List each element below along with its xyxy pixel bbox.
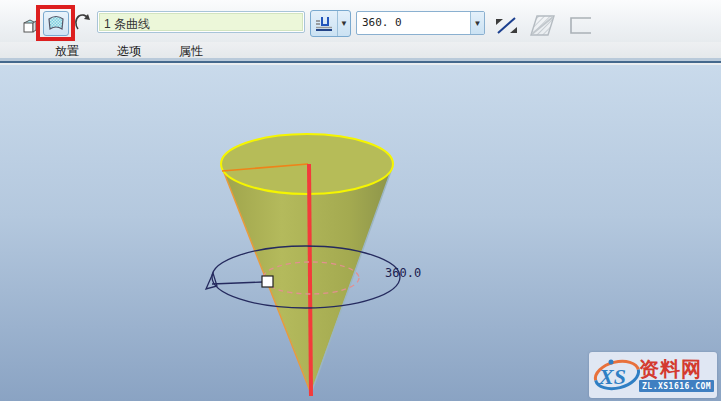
thicken-sketch-icon [570, 17, 592, 34]
model-view: 360.0 [0, 65, 721, 401]
chevron-down-icon: ▼ [340, 19, 348, 28]
watermark-logo: XS [591, 354, 643, 396]
revolve-as-surface-button[interactable] [43, 11, 69, 36]
surface-icon [47, 15, 65, 32]
svg-text:XS: XS [598, 364, 626, 389]
tab-options[interactable]: 选项 [117, 43, 141, 60]
rotation-arrow-icon [206, 273, 217, 289]
angle-drag-handle[interactable] [262, 276, 273, 287]
flip-direction-icon [494, 15, 519, 37]
sketch-collector-field[interactable]: 1 条曲线 [97, 11, 305, 33]
chevron-down-icon: ▼ [474, 19, 482, 28]
tab-properties[interactable]: 属性 [179, 43, 203, 60]
remove-material-button [529, 14, 556, 37]
graphics-area[interactable]: 360.0 XS 资料网 ZL.XS1616.COM [0, 65, 721, 401]
watermark-site-name: 资料网 [639, 358, 714, 380]
angle-dimension-label[interactable]: 360.0 [385, 266, 421, 280]
watermark-site-url: ZL.XS1616.COM [639, 380, 714, 392]
remove-material-icon [529, 14, 556, 37]
solid-cube-icon [21, 17, 37, 34]
angle-type-dropdown[interactable]: ▼ [337, 11, 350, 36]
revolve-axis-line [309, 164, 311, 396]
revolve-dashboard-window: 1 条曲线 ▼ 360. 0 ▼ [0, 0, 721, 401]
sketch-collector-value: 1 条曲线 [99, 13, 303, 31]
angle-value-input[interactable]: 360. 0 [357, 12, 470, 34]
angle-value-dropdown[interactable]: ▼ [470, 12, 484, 34]
revolve-toolbar: 1 条曲线 ▼ 360. 0 ▼ [0, 0, 721, 42]
angle-type-current[interactable] [311, 11, 337, 36]
cone-body[interactable] [223, 170, 391, 392]
internal-axis-button[interactable] [74, 13, 90, 32]
tab-placement[interactable]: 放置 [55, 43, 79, 60]
xs-logo-icon: XS [591, 354, 643, 396]
dashboard-tab-row: 放置 选项 属性 [0, 42, 721, 63]
flip-direction-button[interactable] [494, 15, 519, 37]
revolve-angle-type-icon [315, 16, 333, 32]
angle-value-combo[interactable]: 360. 0 ▼ [356, 11, 485, 35]
thicken-sketch-button [570, 17, 592, 34]
angle-type-button[interactable]: ▼ [310, 10, 351, 37]
watermark-text-block: 资料网 ZL.XS1616.COM [639, 358, 714, 392]
revolve-as-solid-button[interactable] [21, 17, 37, 34]
watermark: XS 资料网 ZL.XS1616.COM [589, 352, 717, 398]
revolve-axis-curl-icon [74, 13, 90, 32]
handle-leader-line [212, 282, 263, 284]
